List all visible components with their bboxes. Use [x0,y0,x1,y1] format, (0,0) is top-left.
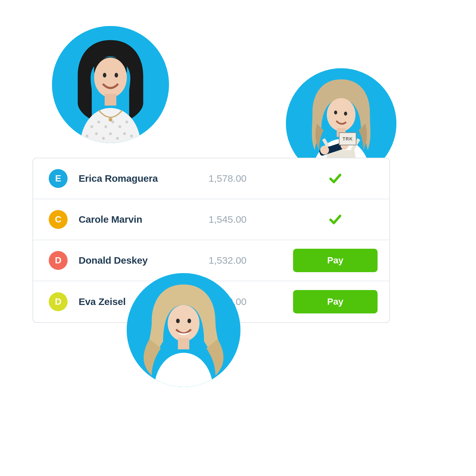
payroll-row: E Erica Romaguera 1,578.00 [33,158,389,199]
employee-name: Erica Romaguera [79,173,209,184]
svg-point-7 [118,125,121,128]
decorative-avatar [127,273,240,387]
avatar-initial: E [49,169,68,188]
svg-rect-2 [105,94,116,106]
svg-point-9 [95,132,98,135]
pay-button[interactable]: Pay [293,249,378,272]
svg-point-21 [334,111,337,114]
svg-rect-33 [178,338,189,350]
svg-point-20 [327,98,355,131]
svg-point-22 [344,112,347,115]
svg-point-14 [86,135,89,138]
svg-point-8 [125,121,128,124]
apron-badge: TRK [339,132,356,145]
decorative-avatar [52,26,169,143]
pay-button[interactable]: Pay [293,290,378,313]
amount: 1,578.00 [209,173,277,184]
svg-point-15 [130,135,133,138]
svg-point-32 [187,319,191,323]
payroll-row: C Carole Marvin 1,545.00 [33,199,389,240]
svg-point-16 [109,118,112,122]
svg-point-11 [109,132,112,135]
payroll-row: D Donald Deskey 1,532.00 Pay [33,240,389,281]
employee-name: Donald Deskey [79,255,209,266]
avatar-initial: C [49,210,68,229]
employee-name: Carole Marvin [79,214,209,225]
svg-point-30 [168,305,199,341]
check-icon [328,171,342,186]
svg-point-31 [176,319,180,323]
amount: 1,545.00 [209,214,277,225]
svg-point-10 [102,137,105,140]
svg-point-17 [103,73,107,77]
amount: 1,532.00 [209,255,277,266]
svg-point-5 [104,125,107,128]
svg-point-13 [123,132,126,135]
svg-point-1 [94,58,127,97]
avatar-initial: D [49,251,68,270]
svg-point-12 [116,137,119,140]
svg-point-27 [320,146,329,154]
svg-point-3 [90,125,93,128]
check-icon [328,212,342,227]
svg-point-6 [111,121,114,124]
svg-point-18 [115,73,118,77]
svg-point-4 [97,121,100,124]
avatar-initial: D [49,292,68,311]
